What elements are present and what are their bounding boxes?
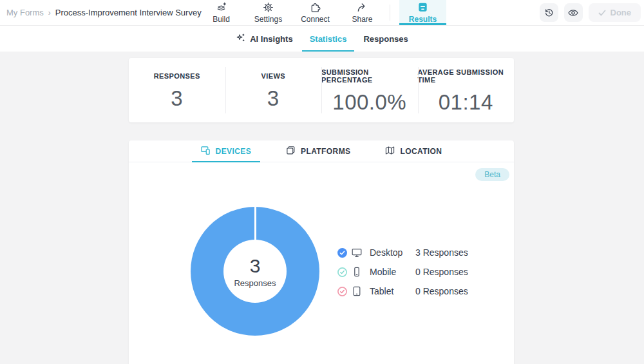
stat-responses: RESPONSES 3 bbox=[129, 58, 225, 122]
app-window: My Forms › Process-Improvement Interview… bbox=[0, 0, 644, 364]
stat-value: 01:14 bbox=[439, 90, 493, 115]
revision-history-button[interactable] bbox=[540, 3, 558, 22]
donut-center-label: Responses bbox=[234, 278, 276, 288]
donut-slice-divider bbox=[254, 207, 256, 240]
history-icon bbox=[544, 7, 554, 18]
devices-donut-chart[interactable]: 3 Responses bbox=[191, 207, 319, 336]
done-button[interactable]: Done bbox=[589, 3, 641, 22]
legend-label: Mobile bbox=[370, 267, 415, 277]
devices-panel-card: DEVICES PLATFORMS bbox=[129, 140, 514, 364]
donut-center: 3 Responses bbox=[223, 240, 287, 303]
tab-label-location: LOCATION bbox=[400, 147, 442, 156]
desktop-monitor-icon bbox=[352, 247, 362, 258]
nav-item-settings[interactable]: Settings bbox=[245, 0, 292, 25]
eye-icon bbox=[567, 7, 579, 19]
gear-icon bbox=[262, 1, 274, 14]
tab-location[interactable]: LOCATION bbox=[376, 140, 451, 162]
stat-label: VIEWS bbox=[261, 72, 285, 80]
stat-submission-percentage: SUBMISSION PERCENTAGE 100.0% bbox=[321, 58, 418, 122]
breadcrumb-my-forms-link[interactable]: My Forms bbox=[6, 8, 44, 17]
tab-ai-insights[interactable]: AI Insights bbox=[236, 26, 292, 52]
platforms-icon bbox=[286, 146, 296, 157]
legend-row-desktop[interactable]: Desktop 3 Responses bbox=[337, 243, 468, 262]
top-header: My Forms › Process-Improvement Interview… bbox=[0, 0, 644, 26]
devices-legend: Desktop 3 Responses bbox=[337, 243, 468, 301]
donut-center-value: 3 bbox=[250, 255, 261, 277]
legend-count: 3 Responses bbox=[415, 247, 468, 258]
nav-label-build: Build bbox=[213, 15, 230, 24]
tablet-icon bbox=[352, 286, 362, 296]
puzzle-icon bbox=[309, 1, 321, 14]
nav-divider bbox=[390, 5, 390, 21]
tab-statistics[interactable]: Statistics bbox=[310, 26, 347, 52]
tab-label-devices: DEVICES bbox=[216, 147, 251, 156]
breadcrumb: My Forms › Process-Improvement Interview… bbox=[6, 0, 202, 25]
tab-label-statistics: Statistics bbox=[310, 34, 347, 44]
nav-item-build[interactable]: Build bbox=[198, 0, 245, 25]
nav-item-connect[interactable]: Connect bbox=[292, 0, 339, 25]
stat-label: AVERAGE SUBMISSION TIME bbox=[418, 68, 515, 84]
legend-count: 0 Responses bbox=[415, 286, 468, 296]
nav-item-results[interactable]: Results bbox=[399, 0, 446, 25]
legend-label: Tablet bbox=[370, 286, 415, 296]
breadcrumb-form-title: Process-Improvement Interview Survey bbox=[55, 8, 202, 17]
top-nav: Build Settings Connect bbox=[198, 0, 446, 25]
nav-label-settings: Settings bbox=[254, 15, 282, 24]
tablet-check-circle-icon bbox=[337, 287, 347, 296]
nav-item-share[interactable]: Share bbox=[339, 0, 386, 25]
devices-chart-panel: Beta 3 Responses bbox=[129, 162, 514, 364]
panel-tabs: DEVICES PLATFORMS bbox=[129, 140, 514, 162]
sparkle-icon bbox=[236, 33, 245, 44]
stat-label: RESPONSES bbox=[154, 72, 200, 80]
legend-row-tablet[interactable]: Tablet 0 Responses bbox=[337, 282, 468, 301]
tab-label-responses: Responses bbox=[363, 34, 408, 44]
results-subnav: AI Insights Statistics Responses bbox=[0, 26, 644, 52]
breadcrumb-separator: › bbox=[48, 8, 51, 17]
tab-responses[interactable]: Responses bbox=[363, 26, 408, 52]
header-actions: Done bbox=[540, 3, 641, 22]
stat-average-submission-time: AVERAGE SUBMISSION TIME 01:14 bbox=[418, 58, 515, 122]
stat-value: 100.0% bbox=[332, 90, 406, 115]
results-inbox-icon bbox=[417, 1, 429, 14]
nav-label-results: Results bbox=[409, 15, 437, 24]
nav-label-share: Share bbox=[352, 15, 372, 24]
legend-label: Desktop bbox=[370, 247, 415, 258]
check-icon bbox=[598, 9, 606, 17]
mobile-check-circle-icon bbox=[337, 267, 347, 277]
stat-label: SUBMISSION PERCENTAGE bbox=[321, 68, 418, 84]
share-arrow-icon bbox=[356, 1, 368, 14]
mobile-phone-icon bbox=[352, 267, 362, 277]
nav-label-connect: Connect bbox=[301, 15, 330, 24]
stat-views: VIEWS 3 bbox=[225, 58, 322, 122]
summary-stats-card: RESPONSES 3 VIEWS 3 SUBMISSION PERCENTAG… bbox=[129, 58, 514, 122]
legend-count: 0 Responses bbox=[415, 267, 468, 277]
tab-devices[interactable]: DEVICES bbox=[192, 140, 260, 162]
done-label: Done bbox=[611, 8, 632, 17]
beta-badge: Beta bbox=[475, 168, 509, 181]
devices-icon bbox=[201, 146, 211, 157]
map-icon bbox=[385, 146, 395, 157]
tab-label-platforms: PLATFORMS bbox=[301, 147, 350, 156]
desktop-check-circle-icon bbox=[337, 248, 347, 258]
stat-value: 3 bbox=[267, 86, 279, 111]
tab-platforms[interactable]: PLATFORMS bbox=[277, 140, 359, 162]
preview-eye-button[interactable] bbox=[564, 3, 583, 22]
tab-label-ai-insights: AI Insights bbox=[250, 34, 292, 44]
legend-row-mobile[interactable]: Mobile 0 Responses bbox=[337, 262, 468, 282]
build-icon bbox=[215, 1, 227, 14]
stat-value: 3 bbox=[171, 86, 183, 111]
statistics-page: RESPONSES 3 VIEWS 3 SUBMISSION PERCENTAG… bbox=[0, 52, 644, 364]
